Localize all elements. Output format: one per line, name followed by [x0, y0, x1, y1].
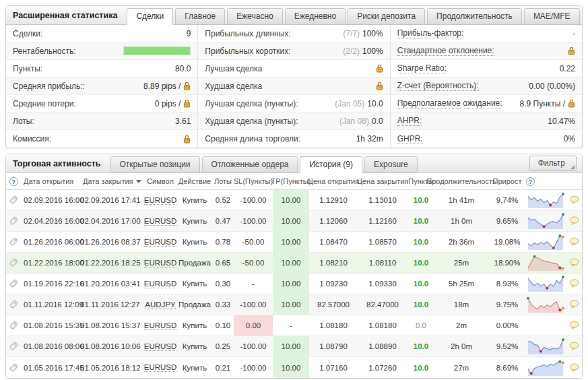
statistics-tab[interactable]: Риски депозита	[348, 8, 425, 25]
column-header[interactable]: SL(Пункты)	[234, 173, 273, 189]
trade-sparkline-chart[interactable]	[526, 211, 566, 231]
column-header[interactable]: Лоты	[212, 173, 234, 189]
comment-icon[interactable]	[569, 237, 579, 247]
table-row[interactable]: 01.08.2016 15:3501.08.2016 15:37EURUSDКу…	[6, 315, 582, 336]
activity-tab[interactable]: Отложенные ордера	[202, 156, 298, 173]
symbol-link[interactable]: EURUSD	[144, 217, 177, 226]
stat-label[interactable]: Прибыль-фактор:	[397, 28, 464, 38]
symbol-link[interactable]: AUDJPY	[145, 300, 175, 309]
trade-sparkline-chart[interactable]	[526, 253, 566, 273]
column-header[interactable]: Символ	[143, 173, 177, 189]
trade-sparkline-chart[interactable]	[526, 232, 566, 252]
row-tag-cell	[6, 211, 21, 231]
tag-icon[interactable]	[9, 342, 18, 351]
tag-icon[interactable]	[9, 237, 18, 247]
lock-icon[interactable]	[183, 135, 191, 144]
trade-sparkline-chart[interactable]	[526, 315, 566, 336]
lots-cell: 0.52	[212, 190, 234, 210]
symbol-cell: EURUSD	[143, 253, 177, 273]
gain-cell: 0.00%	[488, 315, 526, 336]
stat-value: 0.00 (0.00%)	[529, 82, 575, 91]
statistics-tab[interactable]: Ежечасно	[227, 8, 283, 25]
trade-sparkline-chart[interactable]	[526, 336, 566, 356]
lock-icon[interactable]	[568, 46, 575, 55]
table-row[interactable]: 01.08.2016 08:0601.08.2016 10:06EURUSDКу…	[6, 336, 582, 357]
comment-icon[interactable]	[569, 342, 579, 351]
trade-sparkline-chart[interactable]	[526, 294, 566, 315]
stat-label[interactable]: Z-счет (Вероятность):	[397, 81, 479, 91]
symbol-link[interactable]: EURUSD	[144, 259, 177, 267]
row-tag-cell	[6, 294, 21, 315]
column-header[interactable]: Дата открытия	[21, 173, 80, 189]
comment-column-header	[566, 173, 582, 189]
table-row[interactable]: 01.22.2016 18:0001.22.2016 18:25EURUSDПр…	[6, 253, 582, 274]
comment-icon[interactable]	[569, 300, 579, 309]
stat-value	[376, 64, 383, 73]
lock-icon[interactable]	[183, 82, 191, 90]
symbol-link[interactable]: EURUSD	[144, 363, 177, 372]
open-date-cell: 01.08.2016 15:35	[21, 315, 80, 336]
help-icon[interactable]: ?	[526, 177, 535, 186]
tag-icon[interactable]	[9, 258, 18, 267]
table-row[interactable]: 01.11.2016 12:0901.11.2016 12:27AUDJPYПр…	[6, 294, 582, 315]
tag-icon[interactable]	[9, 216, 18, 226]
activity-tab[interactable]: История (9)	[300, 156, 362, 173]
column-header[interactable]: TP(Пункты)	[273, 173, 309, 189]
stat-label[interactable]: AHPR:	[397, 116, 422, 126]
activity-tab[interactable]: Exposure	[364, 156, 418, 173]
table-row[interactable]: 01.26.2016 06:0001.26.2016 08:37EURUSDКу…	[6, 232, 582, 253]
symbol-link[interactable]: EURUSD	[144, 280, 177, 288]
statistics-tab[interactable]: MAE/MFE	[524, 8, 580, 25]
symbol-link[interactable]: EURUSD	[144, 342, 177, 351]
tag-icon[interactable]	[9, 321, 18, 330]
help-icon[interactable]: ?	[9, 177, 18, 186]
statistics-tab[interactable]: Сделки	[127, 8, 173, 25]
lock-icon[interactable]	[376, 64, 383, 73]
lock-icon[interactable]	[183, 99, 191, 108]
trade-sparkline-chart[interactable]	[526, 190, 566, 210]
symbol-cell: EURUSD	[143, 232, 177, 252]
statistics-tab[interactable]: Главное	[175, 8, 225, 25]
comment-icon[interactable]	[569, 216, 579, 226]
table-row[interactable]: 02.09.2016 16:0002.09.2016 17:41EURUSDКу…	[6, 190, 582, 211]
column-header[interactable]: Прирост	[488, 173, 526, 189]
comment-icon[interactable]	[569, 258, 579, 267]
stat-label[interactable]: Предполагаемое ожидание:	[397, 98, 502, 108]
trade-sparkline-chart[interactable]	[526, 274, 566, 294]
stat-label[interactable]: Sharpe Ratio:	[397, 63, 447, 73]
comment-icon[interactable]	[569, 321, 579, 330]
lots-cell: 0.65	[212, 253, 234, 273]
tag-icon[interactable]	[9, 195, 18, 205]
column-header[interactable]: Продолжительность	[434, 173, 488, 189]
column-header[interactable]: Действие	[177, 173, 212, 189]
comment-cell	[566, 315, 582, 336]
column-header[interactable]: Цена закрытия	[358, 173, 407, 189]
stat-label[interactable]: GHPR:	[397, 134, 423, 144]
activity-tab[interactable]: Открытые позиции	[110, 156, 200, 173]
trade-sparkline-chart[interactable]	[526, 357, 566, 378]
comment-icon[interactable]	[569, 195, 579, 205]
symbol-link[interactable]: EURUSD	[144, 196, 177, 205]
symbol-link[interactable]: EURUSD	[144, 321, 177, 330]
table-row[interactable]: 01.19.2016 22:1601.20.2016 03:41EURUSDКу…	[6, 274, 582, 294]
stats-column: Сделки:9Рентабельность:Пункты:80.0Средня…	[6, 25, 198, 148]
gain-cell: 9.52%	[488, 336, 526, 356]
stat-label[interactable]: Стандартное отклонение:	[397, 46, 494, 56]
filter-button[interactable]: Фильтр	[529, 156, 577, 171]
lock-icon[interactable]	[568, 99, 575, 108]
symbol-link[interactable]: EURUSD	[144, 238, 177, 247]
tp-cell: 10.00	[273, 336, 309, 356]
statistics-tab[interactable]: Продолжительность	[427, 8, 522, 25]
tag-icon[interactable]	[9, 279, 18, 288]
column-header[interactable]: Дата закрытия	[80, 173, 143, 189]
table-row[interactable]: 01.05.2016 17:4501.05.2016 18:12EURUSDКу…	[6, 357, 582, 378]
comment-icon[interactable]	[569, 279, 579, 288]
stat-row: Z-счет (Вероятность):0.00 (0.00%)	[391, 77, 582, 95]
statistics-tab[interactable]: Ежедневно	[285, 8, 346, 25]
column-header[interactable]: Цена открытия	[309, 173, 358, 189]
tag-icon[interactable]	[9, 300, 18, 309]
table-row[interactable]: 02.04.2016 16:0002.04.2016 17:00EURUSDКу…	[6, 211, 582, 232]
lock-icon[interactable]	[376, 82, 383, 90]
comment-icon[interactable]	[569, 363, 579, 373]
tag-icon[interactable]	[9, 363, 18, 373]
